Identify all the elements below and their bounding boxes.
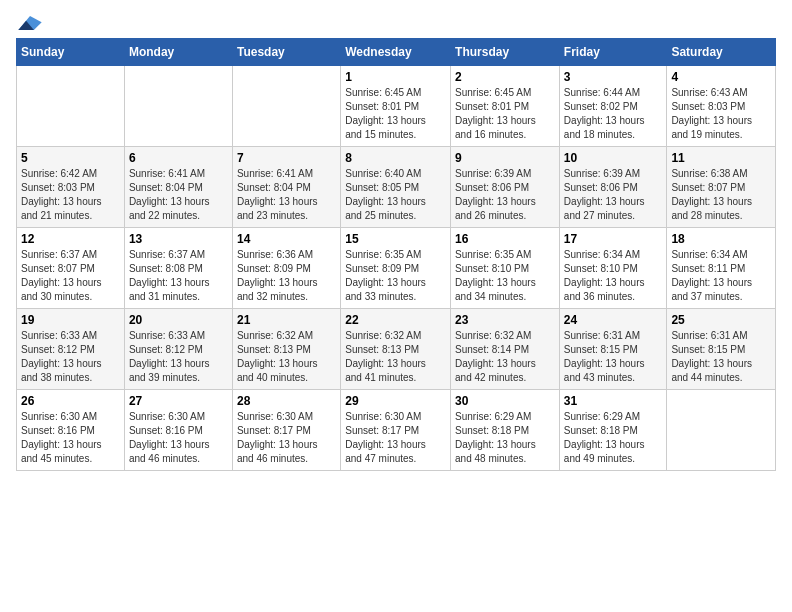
calendar-cell: 28Sunrise: 6:30 AM Sunset: 8:17 PM Dayli…	[232, 390, 340, 471]
calendar-cell: 17Sunrise: 6:34 AM Sunset: 8:10 PM Dayli…	[559, 228, 667, 309]
day-info: Sunrise: 6:30 AM Sunset: 8:17 PM Dayligh…	[345, 410, 446, 466]
calendar-week-row: 19Sunrise: 6:33 AM Sunset: 8:12 PM Dayli…	[17, 309, 776, 390]
day-info: Sunrise: 6:36 AM Sunset: 8:09 PM Dayligh…	[237, 248, 336, 304]
day-info: Sunrise: 6:33 AM Sunset: 8:12 PM Dayligh…	[129, 329, 228, 385]
calendar-cell: 22Sunrise: 6:32 AM Sunset: 8:13 PM Dayli…	[341, 309, 451, 390]
day-info: Sunrise: 6:45 AM Sunset: 8:01 PM Dayligh…	[345, 86, 446, 142]
calendar-header-friday: Friday	[559, 39, 667, 66]
day-number: 8	[345, 151, 446, 165]
day-number: 24	[564, 313, 663, 327]
day-number: 21	[237, 313, 336, 327]
day-number: 2	[455, 70, 555, 84]
calendar-cell: 25Sunrise: 6:31 AM Sunset: 8:15 PM Dayli…	[667, 309, 776, 390]
calendar-header-tuesday: Tuesday	[232, 39, 340, 66]
calendar-header-thursday: Thursday	[451, 39, 560, 66]
calendar-cell: 31Sunrise: 6:29 AM Sunset: 8:18 PM Dayli…	[559, 390, 667, 471]
calendar-header-wednesday: Wednesday	[341, 39, 451, 66]
calendar-cell	[124, 66, 232, 147]
day-info: Sunrise: 6:32 AM Sunset: 8:13 PM Dayligh…	[345, 329, 446, 385]
calendar-week-row: 26Sunrise: 6:30 AM Sunset: 8:16 PM Dayli…	[17, 390, 776, 471]
day-info: Sunrise: 6:31 AM Sunset: 8:15 PM Dayligh…	[671, 329, 771, 385]
calendar-week-row: 12Sunrise: 6:37 AM Sunset: 8:07 PM Dayli…	[17, 228, 776, 309]
calendar-cell: 2Sunrise: 6:45 AM Sunset: 8:01 PM Daylig…	[451, 66, 560, 147]
calendar-cell: 6Sunrise: 6:41 AM Sunset: 8:04 PM Daylig…	[124, 147, 232, 228]
calendar-cell: 14Sunrise: 6:36 AM Sunset: 8:09 PM Dayli…	[232, 228, 340, 309]
calendar-cell: 7Sunrise: 6:41 AM Sunset: 8:04 PM Daylig…	[232, 147, 340, 228]
day-number: 9	[455, 151, 555, 165]
day-info: Sunrise: 6:32 AM Sunset: 8:14 PM Dayligh…	[455, 329, 555, 385]
day-number: 16	[455, 232, 555, 246]
calendar-cell: 24Sunrise: 6:31 AM Sunset: 8:15 PM Dayli…	[559, 309, 667, 390]
calendar-cell: 11Sunrise: 6:38 AM Sunset: 8:07 PM Dayli…	[667, 147, 776, 228]
day-number: 7	[237, 151, 336, 165]
calendar-cell: 18Sunrise: 6:34 AM Sunset: 8:11 PM Dayli…	[667, 228, 776, 309]
day-info: Sunrise: 6:32 AM Sunset: 8:13 PM Dayligh…	[237, 329, 336, 385]
calendar-cell: 16Sunrise: 6:35 AM Sunset: 8:10 PM Dayli…	[451, 228, 560, 309]
calendar-cell: 20Sunrise: 6:33 AM Sunset: 8:12 PM Dayli…	[124, 309, 232, 390]
header	[16, 16, 776, 30]
day-info: Sunrise: 6:35 AM Sunset: 8:09 PM Dayligh…	[345, 248, 446, 304]
day-info: Sunrise: 6:39 AM Sunset: 8:06 PM Dayligh…	[564, 167, 663, 223]
day-number: 10	[564, 151, 663, 165]
logo-icon	[18, 16, 42, 30]
day-info: Sunrise: 6:30 AM Sunset: 8:16 PM Dayligh…	[21, 410, 120, 466]
calendar-cell: 9Sunrise: 6:39 AM Sunset: 8:06 PM Daylig…	[451, 147, 560, 228]
day-number: 15	[345, 232, 446, 246]
day-number: 4	[671, 70, 771, 84]
calendar: SundayMondayTuesdayWednesdayThursdayFrid…	[16, 38, 776, 471]
day-number: 13	[129, 232, 228, 246]
calendar-cell: 27Sunrise: 6:30 AM Sunset: 8:16 PM Dayli…	[124, 390, 232, 471]
day-number: 11	[671, 151, 771, 165]
day-info: Sunrise: 6:33 AM Sunset: 8:12 PM Dayligh…	[21, 329, 120, 385]
day-number: 23	[455, 313, 555, 327]
calendar-cell: 10Sunrise: 6:39 AM Sunset: 8:06 PM Dayli…	[559, 147, 667, 228]
calendar-cell: 21Sunrise: 6:32 AM Sunset: 8:13 PM Dayli…	[232, 309, 340, 390]
day-info: Sunrise: 6:41 AM Sunset: 8:04 PM Dayligh…	[237, 167, 336, 223]
day-number: 12	[21, 232, 120, 246]
day-number: 20	[129, 313, 228, 327]
day-info: Sunrise: 6:42 AM Sunset: 8:03 PM Dayligh…	[21, 167, 120, 223]
calendar-week-row: 1Sunrise: 6:45 AM Sunset: 8:01 PM Daylig…	[17, 66, 776, 147]
day-info: Sunrise: 6:30 AM Sunset: 8:17 PM Dayligh…	[237, 410, 336, 466]
day-number: 1	[345, 70, 446, 84]
calendar-cell: 1Sunrise: 6:45 AM Sunset: 8:01 PM Daylig…	[341, 66, 451, 147]
day-info: Sunrise: 6:29 AM Sunset: 8:18 PM Dayligh…	[455, 410, 555, 466]
calendar-cell: 26Sunrise: 6:30 AM Sunset: 8:16 PM Dayli…	[17, 390, 125, 471]
day-info: Sunrise: 6:39 AM Sunset: 8:06 PM Dayligh…	[455, 167, 555, 223]
day-number: 28	[237, 394, 336, 408]
day-number: 31	[564, 394, 663, 408]
calendar-cell	[667, 390, 776, 471]
day-info: Sunrise: 6:38 AM Sunset: 8:07 PM Dayligh…	[671, 167, 771, 223]
day-number: 27	[129, 394, 228, 408]
calendar-cell: 12Sunrise: 6:37 AM Sunset: 8:07 PM Dayli…	[17, 228, 125, 309]
calendar-cell: 29Sunrise: 6:30 AM Sunset: 8:17 PM Dayli…	[341, 390, 451, 471]
calendar-cell: 13Sunrise: 6:37 AM Sunset: 8:08 PM Dayli…	[124, 228, 232, 309]
day-number: 22	[345, 313, 446, 327]
day-info: Sunrise: 6:37 AM Sunset: 8:07 PM Dayligh…	[21, 248, 120, 304]
day-info: Sunrise: 6:44 AM Sunset: 8:02 PM Dayligh…	[564, 86, 663, 142]
day-number: 29	[345, 394, 446, 408]
day-number: 25	[671, 313, 771, 327]
calendar-cell: 23Sunrise: 6:32 AM Sunset: 8:14 PM Dayli…	[451, 309, 560, 390]
day-info: Sunrise: 6:41 AM Sunset: 8:04 PM Dayligh…	[129, 167, 228, 223]
calendar-cell: 19Sunrise: 6:33 AM Sunset: 8:12 PM Dayli…	[17, 309, 125, 390]
day-number: 3	[564, 70, 663, 84]
day-info: Sunrise: 6:29 AM Sunset: 8:18 PM Dayligh…	[564, 410, 663, 466]
day-number: 18	[671, 232, 771, 246]
day-number: 5	[21, 151, 120, 165]
day-number: 6	[129, 151, 228, 165]
calendar-cell: 3Sunrise: 6:44 AM Sunset: 8:02 PM Daylig…	[559, 66, 667, 147]
day-info: Sunrise: 6:34 AM Sunset: 8:10 PM Dayligh…	[564, 248, 663, 304]
calendar-cell: 30Sunrise: 6:29 AM Sunset: 8:18 PM Dayli…	[451, 390, 560, 471]
day-number: 17	[564, 232, 663, 246]
calendar-header-row: SundayMondayTuesdayWednesdayThursdayFrid…	[17, 39, 776, 66]
day-number: 26	[21, 394, 120, 408]
calendar-cell	[232, 66, 340, 147]
day-info: Sunrise: 6:34 AM Sunset: 8:11 PM Dayligh…	[671, 248, 771, 304]
day-info: Sunrise: 6:31 AM Sunset: 8:15 PM Dayligh…	[564, 329, 663, 385]
day-number: 19	[21, 313, 120, 327]
day-info: Sunrise: 6:37 AM Sunset: 8:08 PM Dayligh…	[129, 248, 228, 304]
day-number: 30	[455, 394, 555, 408]
calendar-cell: 8Sunrise: 6:40 AM Sunset: 8:05 PM Daylig…	[341, 147, 451, 228]
calendar-week-row: 5Sunrise: 6:42 AM Sunset: 8:03 PM Daylig…	[17, 147, 776, 228]
